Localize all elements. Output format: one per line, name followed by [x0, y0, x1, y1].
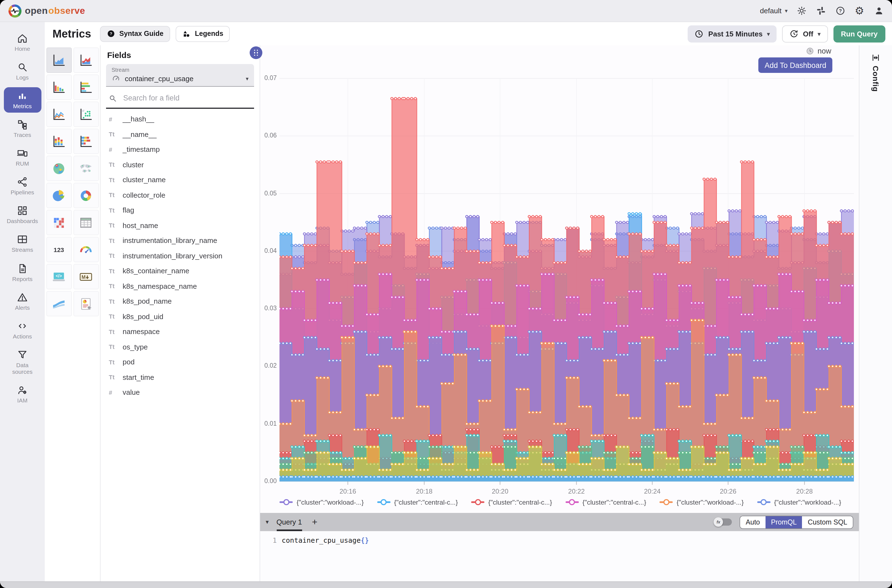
field-item-instrumentation_library_name[interactable]: Ttinstrumentation_library_name [101, 233, 260, 248]
field-item-collector_role[interactable]: Ttcollector_role [101, 188, 260, 202]
theme-toggle-button[interactable] [796, 5, 807, 16]
y-axis-tick-label: 0.07 [260, 75, 277, 81]
chart-type-stacked-bar[interactable] [46, 129, 72, 154]
collapse-query-icon[interactable]: ▾ [266, 518, 269, 526]
help-button[interactable]: ? [835, 5, 845, 16]
sidebar-item-alerts[interactable]: Alerts [4, 288, 41, 314]
time-range-picker[interactable]: Past 15 Minutes ▾ [688, 25, 776, 42]
sidebar-item-metrics[interactable]: Metrics [4, 87, 41, 112]
field-item-__hash__[interactable]: #__hash__ [101, 111, 260, 127]
chart-type-line[interactable] [46, 102, 72, 127]
field-item-k8s_pod_uid[interactable]: Ttk8s_pod_uid [101, 309, 260, 324]
chart-type-bar[interactable] [46, 75, 72, 100]
field-item-instrumentation_library_version[interactable]: Ttinstrumentation_library_version [101, 248, 260, 263]
user-menu-button[interactable] [873, 5, 884, 16]
text-field-icon: Tt [109, 359, 123, 366]
chart-type-h-bar[interactable] [73, 75, 99, 100]
field-item-cluster_name[interactable]: Ttcluster_name [101, 172, 260, 188]
chart-type-pie[interactable] [46, 183, 72, 208]
chart-type-maps[interactable] [73, 156, 99, 181]
legend-item-5[interactable]: {"cluster":"workload-...} [659, 498, 744, 506]
chart-type-markdown[interactable]: M [73, 264, 99, 289]
query-editor[interactable]: 1 container_cpu_usage{} [260, 531, 859, 581]
field-item-os_type[interactable]: Ttos_type [101, 339, 260, 354]
chart-type-custom-chart[interactable] [73, 291, 99, 316]
chart-type-gauge[interactable] [73, 237, 99, 262]
chart-type-h-stacked-bar[interactable] [73, 129, 99, 154]
sidebar-item-iam[interactable]: IAM [4, 381, 41, 407]
legend-item-3[interactable]: {"cluster":"central-c...} [471, 498, 552, 506]
field-item-_timestamp[interactable]: #_timestamp [101, 142, 260, 157]
field-name: flag [123, 206, 134, 214]
organization-select[interactable]: default ▾ [760, 7, 788, 15]
field-item-start_time[interactable]: Ttstart_time [101, 370, 260, 385]
field-item-cluster[interactable]: Ttcluster [101, 157, 260, 172]
fields-panel-drag-handle[interactable] [250, 46, 262, 59]
chart-type-sankey[interactable] [46, 291, 72, 316]
sidebar-item-home[interactable]: Home [4, 30, 41, 55]
chart-type-metric-text[interactable]: 123 [46, 237, 72, 262]
legends-button[interactable]: Legends [176, 26, 230, 42]
sidebar-item-label: Logs [16, 74, 29, 81]
chart-type-html[interactable]: </> [46, 264, 72, 289]
gear-icon: ⚙ [855, 6, 864, 16]
config-tab[interactable]: Config [871, 53, 880, 92]
sidebar-item-dashboards[interactable]: Dashboards [4, 202, 41, 228]
x-axis-tick-label: 20:20 [488, 488, 512, 495]
auto-refresh-picker[interactable]: Off ▾ [782, 25, 827, 42]
function-toggle[interactable]: fx [714, 518, 732, 526]
legend-item-6[interactable]: {"cluster":"workload-...} [757, 498, 841, 506]
metrics-area-chart[interactable] [279, 68, 854, 487]
stream-select[interactable]: Stream container_cpu_usage ▾ [106, 64, 254, 87]
sidebar-item-logs[interactable]: Logs [4, 58, 41, 84]
openobserve-logo[interactable]: openobserve [8, 4, 85, 18]
chart-type-table[interactable] [73, 210, 99, 235]
field-search-input[interactable] [122, 93, 252, 103]
iam-icon [17, 384, 28, 396]
legend-item-1[interactable]: {"cluster":"workload-...} [279, 498, 364, 506]
add-query-button[interactable]: + [312, 516, 318, 528]
sidebar-item-data-sources[interactable]: Datasources [4, 346, 41, 378]
legend-marker-icon [565, 499, 578, 505]
legend-item-2[interactable]: {"cluster":"central-c...} [377, 498, 458, 506]
sidebar-item-reports[interactable]: Reports [4, 260, 41, 285]
alerts-icon [17, 291, 28, 303]
field-name: instrumentation_library_version [123, 252, 222, 260]
sidebar-item-actions[interactable]: Actions [4, 317, 41, 343]
field-item-value[interactable]: #value [101, 385, 260, 400]
field-item-__name__[interactable]: Tt__name__ [101, 127, 260, 142]
legend-label: {"cluster":"central-c...} [394, 498, 458, 506]
syntax-guide-button[interactable]: ? Syntax Guide [100, 26, 170, 42]
chart-legend: {"cluster":"workload-...}{"cluster":"cen… [279, 498, 843, 506]
query-mode-promql[interactable]: PromQL [766, 516, 802, 528]
svg-text:M: M [81, 274, 86, 280]
query-mode-custom-sql[interactable]: Custom SQL [802, 516, 853, 528]
sidebar-item-streams[interactable]: Streams [4, 231, 41, 256]
field-item-host_name[interactable]: Tthost_name [101, 218, 260, 233]
chart-type-geomap[interactable] [46, 156, 72, 181]
legend-item-4[interactable]: {"cluster":"central-c...} [565, 498, 646, 506]
field-item-k8s_container_name[interactable]: Ttk8s_container_name [101, 263, 260, 279]
field-item-k8s_namespace_name[interactable]: Ttk8s_namespace_name [101, 279, 260, 294]
query-tab[interactable]: Query 1 [276, 513, 302, 531]
field-item-flag[interactable]: Ttflag [101, 202, 260, 218]
chart-type-area[interactable] [46, 48, 72, 73]
field-item-namespace[interactable]: Ttnamespace [101, 324, 260, 339]
run-query-button[interactable]: Run Query [833, 25, 885, 42]
slack-button[interactable] [815, 5, 826, 16]
fields-panel: Fields Stream container_cpu_usage ▾ #__ [100, 45, 260, 581]
chart-type-area-stacked[interactable] [73, 48, 99, 73]
field-item-k8s_pod_name[interactable]: Ttk8s_pod_name [101, 294, 260, 309]
text-field-icon: Tt [109, 314, 123, 320]
sidebar-item-pipelines[interactable]: Pipelines [4, 174, 41, 199]
sidebar-item-rum[interactable]: RUM [4, 145, 41, 170]
chart-type-donut[interactable] [73, 183, 99, 208]
donut-icon [78, 188, 93, 203]
chart-type-heatmap[interactable] [46, 210, 72, 235]
chart-type-scatter[interactable] [73, 102, 99, 127]
sidebar-item-traces[interactable]: Traces [4, 116, 41, 141]
query-mode-auto[interactable]: Auto [740, 516, 765, 528]
field-item-pod[interactable]: Ttpod [101, 354, 260, 370]
settings-button[interactable]: ⚙ [854, 5, 865, 16]
legend-label: {"cluster":"workload-...} [297, 498, 364, 506]
